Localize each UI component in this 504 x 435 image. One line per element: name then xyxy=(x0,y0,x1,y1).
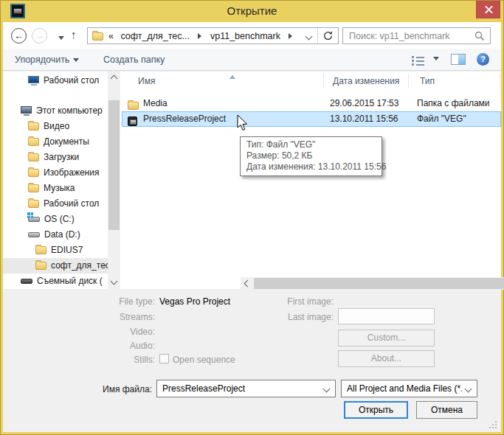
column-header-date[interactable]: Дата изменения xyxy=(333,76,399,87)
file-filter-value: All Project and Media Files (*.ve xyxy=(347,380,462,397)
new-folder-button[interactable]: Создать папку xyxy=(103,53,165,66)
stills-label: Stills: xyxy=(74,355,155,366)
sidebar-item-soft-dlya-test[interactable]: софт_для_тест xyxy=(3,258,108,274)
sidebar-item-label: Съемный диск ( xyxy=(37,276,103,286)
file-row-media[interactable]: Media29.06.2015 17:53Папка с файлами xyxy=(122,96,501,111)
refresh-button[interactable] xyxy=(317,28,338,44)
desktop-icon xyxy=(28,76,39,83)
file-date-modified: 13.10.2011 15:56 xyxy=(330,111,398,127)
file-row-pressreleaseproject[interactable]: PressReleaseProject13.10.2011 15:56Файл … xyxy=(122,111,501,127)
horizontal-scrollbar-thumb[interactable] xyxy=(254,278,504,289)
back-button[interactable]: ← xyxy=(11,28,27,44)
column-divider[interactable] xyxy=(500,74,500,88)
open-sequence-label: Open sequence xyxy=(173,355,235,366)
sidebar-scrollbar[interactable] xyxy=(108,72,120,290)
drive-icon xyxy=(28,232,40,237)
filename-label: Имя файла: xyxy=(97,384,152,395)
help-icon[interactable]: ? xyxy=(477,53,489,66)
file-name: PressReleaseProject xyxy=(143,111,226,127)
close-button[interactable] xyxy=(476,1,500,18)
file-list-header: Имя Дата изменения Тип xyxy=(122,72,501,91)
scroll-up-icon[interactable] xyxy=(111,75,118,83)
drive-os-icon xyxy=(28,217,40,222)
filename-combobox[interactable]: PressReleaseProject xyxy=(156,380,336,397)
sidebar-scrollbar-thumb[interactable] xyxy=(108,100,120,230)
open-button[interactable]: Открыть xyxy=(344,401,408,419)
sidebar-item-label: EDIUS7 xyxy=(51,245,83,255)
navigation-bar: ← → ↑ « софт_для_тес... vp11_benchmark П xyxy=(3,22,501,49)
organize-label: Упорядочить xyxy=(15,55,69,65)
sidebar-item-pictures[interactable]: Изображения xyxy=(3,165,108,181)
drive-removable-icon xyxy=(21,279,32,284)
video-label: Video: xyxy=(74,327,155,338)
views-dropdown-icon[interactable] xyxy=(433,57,439,63)
folder-icon xyxy=(35,246,46,254)
recent-locations-caret[interactable] xyxy=(58,36,64,43)
horizontal-scrollbar[interactable] xyxy=(241,277,504,290)
breadcrumb-separator-icon[interactable] xyxy=(289,33,292,39)
folder-icon xyxy=(92,32,103,41)
about-button[interactable]: About... xyxy=(338,350,435,367)
column-divider[interactable] xyxy=(323,74,324,88)
file-date-modified: 29.06.2015 17:53 xyxy=(330,96,398,111)
resize-grip-icon[interactable] xyxy=(490,422,497,428)
sidebar-item-videos[interactable]: Видео xyxy=(3,119,108,134)
sidebar-item-downloads[interactable]: Загрузки xyxy=(3,150,108,165)
tooltip-line: Тип: Файл "VEG" xyxy=(246,139,376,150)
address-dropdown-icon[interactable] xyxy=(305,33,313,41)
titlebar[interactable]: Открытие xyxy=(0,0,504,22)
scroll-down-icon[interactable] xyxy=(111,278,118,285)
chevron-down-icon xyxy=(465,386,472,393)
open-sequence-checkbox[interactable] xyxy=(159,354,169,363)
browser-area: Рабочий столЭтот компьютерВидеоДокументы… xyxy=(3,71,501,289)
breadcrumb: « софт_для_тес... vp11_benchmark xyxy=(108,30,298,43)
sidebar-item-os-c[interactable]: OS (C:) xyxy=(3,212,108,227)
folder-icon xyxy=(35,262,46,270)
forward-button[interactable]: → xyxy=(32,28,47,44)
sidebar-item-label: Изображения xyxy=(44,167,99,178)
view-mode-icon[interactable] xyxy=(412,55,424,65)
chevron-down-icon xyxy=(323,386,331,393)
file-info-tooltip: Тип: Файл "VEG"Размер: 50,2 КБДата измен… xyxy=(240,136,382,176)
sidebar-item-desktop-folder[interactable]: Рабочий стол xyxy=(3,196,108,212)
sidebar-item-documents[interactable]: Документы xyxy=(3,134,108,150)
address-bar[interactable]: « софт_для_тес... vp11_benchmark xyxy=(87,27,339,44)
tooltip-line: Размер: 50,2 КБ xyxy=(246,150,376,161)
cancel-button[interactable]: Отмена xyxy=(416,401,477,419)
breadcrumb-segment-parent[interactable]: софт_для_тес... xyxy=(120,31,190,41)
sidebar-item-removable-disk[interactable]: Съемный диск ( xyxy=(3,274,108,288)
sidebar-item-label: Загрузки xyxy=(44,152,79,162)
scroll-left-icon[interactable] xyxy=(244,280,252,288)
sort-ascending-icon xyxy=(229,72,235,79)
column-divider[interactable] xyxy=(408,74,409,88)
column-header-name[interactable]: Имя xyxy=(138,76,155,87)
sidebar-item-label: Музыка xyxy=(44,183,75,193)
breadcrumb-segment-current[interactable]: vp11_benchmark xyxy=(210,31,280,41)
last-image-input[interactable] xyxy=(338,308,435,324)
computer-icon xyxy=(21,106,32,114)
organize-button[interactable]: Упорядочить xyxy=(15,53,79,66)
command-toolbar: Упорядочить Создать папку ? xyxy=(3,49,501,71)
search-input[interactable]: Поиск: vp11_benchmark xyxy=(342,27,491,44)
sidebar-item-label: Data (D:) xyxy=(44,229,80,240)
sidebar-item-desktop-top[interactable]: Рабочий стол xyxy=(3,73,108,88)
file-type-value: Vegas Pro Project xyxy=(159,296,230,307)
sidebar-item-label: Этот компьютер xyxy=(36,105,103,116)
window-title: Открытие xyxy=(0,0,504,22)
sidebar-item-edius7[interactable]: EDIUS7 xyxy=(3,243,108,258)
column-header-type[interactable]: Тип xyxy=(420,76,435,87)
folder-videos-icon xyxy=(28,122,39,130)
preview-pane-icon[interactable] xyxy=(451,54,466,65)
sidebar-item-data-d[interactable]: Data (D:) xyxy=(3,227,108,243)
folder-desktop-icon xyxy=(28,200,39,208)
breadcrumb-prefix: « xyxy=(108,31,114,41)
sidebar-item-music[interactable]: Музыка xyxy=(3,181,108,196)
sidebar-item-this-pc[interactable]: Этот компьютер xyxy=(3,103,108,119)
up-one-level-button[interactable]: ↑ xyxy=(71,28,77,41)
custom-button[interactable]: Custom... xyxy=(338,330,435,347)
file-type-label: File type: xyxy=(74,296,155,307)
breadcrumb-separator-icon[interactable] xyxy=(198,33,201,39)
file-filter-select[interactable]: All Project and Media Files (*.ve xyxy=(341,380,477,397)
sidebar-item-label: Рабочий стол xyxy=(44,198,99,209)
new-folder-label: Создать папку xyxy=(103,55,165,65)
